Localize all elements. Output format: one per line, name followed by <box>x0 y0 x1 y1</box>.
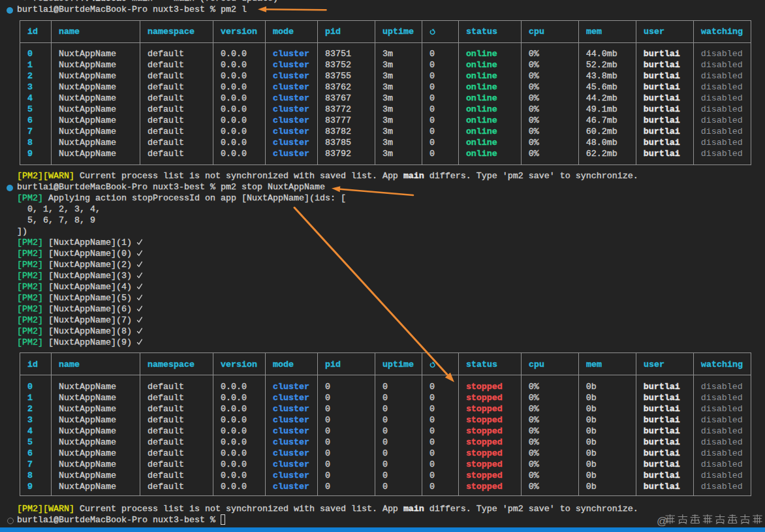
svg-text:@: @ <box>657 515 668 527</box>
